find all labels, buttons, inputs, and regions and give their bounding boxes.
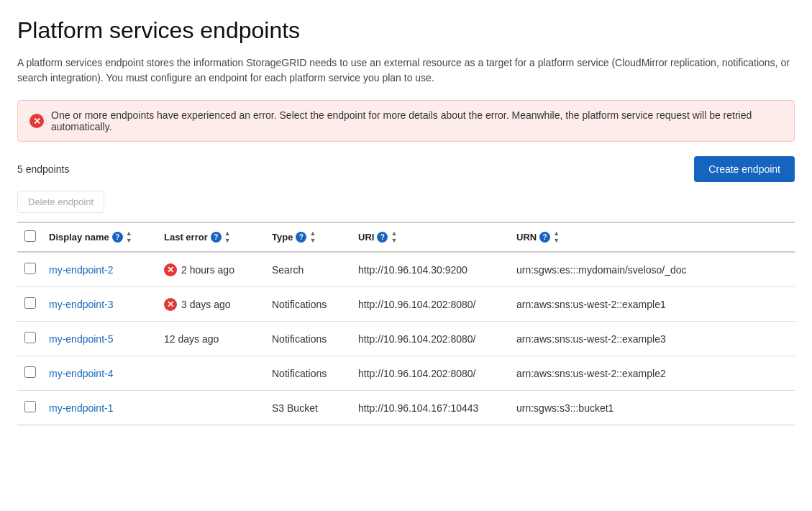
last-error-cell [158, 356, 266, 391]
row-error-icon: ✕ [164, 298, 177, 311]
endpoint-type-cell: Notifications [266, 356, 352, 391]
row-select-checkbox[interactable] [24, 366, 36, 378]
table-row: my-endpoint-2✕2 hours agoSearchhttp://10… [17, 252, 795, 287]
row-error-time: 3 days ago [181, 299, 231, 310]
error-alert: ✕ One or more endpoints have experienced… [17, 100, 795, 142]
row-select-checkbox[interactable] [24, 401, 36, 412]
table-row: my-endpoint-3✕3 days agoNotificationshtt… [17, 287, 795, 322]
toolbar: 5 endpoints Create endpoint [17, 156, 795, 182]
table-header-row: Display name ? ▲▼ Last error ? ▲▼ [17, 222, 795, 252]
endpoint-name-link[interactable]: my-endpoint-1 [49, 402, 114, 414]
last-error-cell: ✕2 hours ago [158, 252, 266, 287]
row-select-checkbox[interactable] [24, 332, 36, 343]
row-select-checkbox[interactable] [24, 263, 36, 274]
help-icon-uri[interactable]: ? [377, 232, 388, 243]
help-icon-last-error[interactable]: ? [211, 232, 222, 243]
th-uri: URI ? ▲▼ [352, 222, 511, 252]
row-checkbox-cell[interactable] [17, 391, 43, 425]
endpoint-type-cell: Search [266, 252, 352, 287]
th-last-error: Last error ? ▲▼ [158, 222, 266, 252]
endpoint-name-cell: my-endpoint-5 [43, 322, 158, 356]
page-description: A platform services endpoint stores the … [17, 55, 794, 86]
table-row: my-endpoint-1S3 Buckethttp://10.96.104.1… [17, 391, 795, 425]
row-error-time: 2 hours ago [181, 264, 234, 276]
endpoint-type-cell: Notifications [266, 287, 352, 322]
sort-icon-uri[interactable]: ▲▼ [391, 230, 397, 244]
endpoint-uri-cell: http://10.96.104.202:8080/ [352, 356, 511, 391]
endpoint-uri-cell: http://10.96.104.202:8080/ [352, 287, 511, 322]
delete-endpoint-button[interactable]: Delete endpoint [17, 191, 104, 213]
help-icon-display-name[interactable]: ? [112, 232, 123, 243]
endpoint-name-link[interactable]: my-endpoint-4 [49, 368, 114, 379]
endpoint-urn-cell: arn:aws:sns:us-west-2::example1 [511, 287, 795, 322]
row-checkbox-cell[interactable] [17, 322, 43, 356]
alert-error-icon: ✕ [29, 114, 44, 128]
endpoint-name-cell: my-endpoint-2 [43, 252, 158, 287]
create-endpoint-button[interactable]: Create endpoint [694, 156, 795, 182]
table-row: my-endpoint-512 days agoNotificationshtt… [17, 322, 795, 356]
endpoints-table: Display name ? ▲▼ Last error ? ▲▼ [17, 222, 795, 425]
table-row: my-endpoint-4Notificationshttp://10.96.1… [17, 356, 795, 391]
th-type: Type ? ▲▼ [266, 222, 352, 252]
th-urn: URN ? ▲▼ [511, 222, 795, 252]
endpoint-uri-cell: http://10.96.104.202:8080/ [352, 322, 511, 356]
endpoint-name-link[interactable]: my-endpoint-5 [49, 333, 114, 345]
endpoint-name-cell: my-endpoint-1 [43, 391, 158, 425]
sort-icon-urn[interactable]: ▲▼ [553, 230, 560, 244]
row-checkbox-cell[interactable] [17, 287, 43, 322]
select-all-checkbox[interactable] [24, 230, 36, 242]
help-icon-type[interactable]: ? [296, 232, 306, 243]
sort-icon-type[interactable]: ▲▼ [309, 230, 316, 244]
row-checkbox-cell[interactable] [17, 356, 43, 391]
endpoint-urn-cell: arn:aws:sns:us-west-2::example2 [511, 356, 795, 391]
row-checkbox-cell[interactable] [17, 252, 43, 287]
endpoint-urn-cell: arn:aws:sns:us-west-2::example3 [511, 322, 795, 356]
page-title: Platform services endpoints [17, 17, 795, 44]
endpoint-uri-cell: http://10.96.104.30:9200 [352, 252, 511, 287]
endpoint-uri-cell: http://10.96.104.167:10443 [352, 391, 511, 425]
endpoint-type-cell: S3 Bucket [266, 391, 352, 425]
endpoint-name-cell: my-endpoint-3 [43, 287, 158, 322]
endpoint-count: 5 endpoints [17, 163, 69, 175]
endpoint-name-cell: my-endpoint-4 [43, 356, 158, 391]
sort-icon-display-name[interactable]: ▲▼ [126, 230, 132, 244]
endpoint-name-link[interactable]: my-endpoint-3 [49, 299, 114, 310]
last-error-cell: ✕3 days ago [158, 287, 266, 322]
th-display-name: Display name ? ▲▼ [43, 222, 158, 252]
row-select-checkbox[interactable] [24, 297, 36, 309]
row-last-error-text: 12 days ago [158, 322, 266, 356]
help-icon-urn[interactable]: ? [539, 232, 550, 243]
select-all-checkbox-header[interactable] [17, 222, 43, 252]
alert-error-message: One or more endpoints have experienced a… [51, 109, 783, 132]
endpoint-urn-cell: urn:sgws:s3:::bucket1 [511, 391, 795, 425]
row-error-icon: ✕ [164, 263, 177, 276]
endpoint-urn-cell: urn:sgws:es:::mydomain/sveloso/_doc [511, 252, 795, 287]
endpoint-name-link[interactable]: my-endpoint-2 [49, 264, 114, 276]
last-error-cell [158, 391, 266, 425]
endpoint-type-cell: Notifications [266, 322, 352, 356]
sort-icon-last-error[interactable]: ▲▼ [224, 230, 231, 244]
